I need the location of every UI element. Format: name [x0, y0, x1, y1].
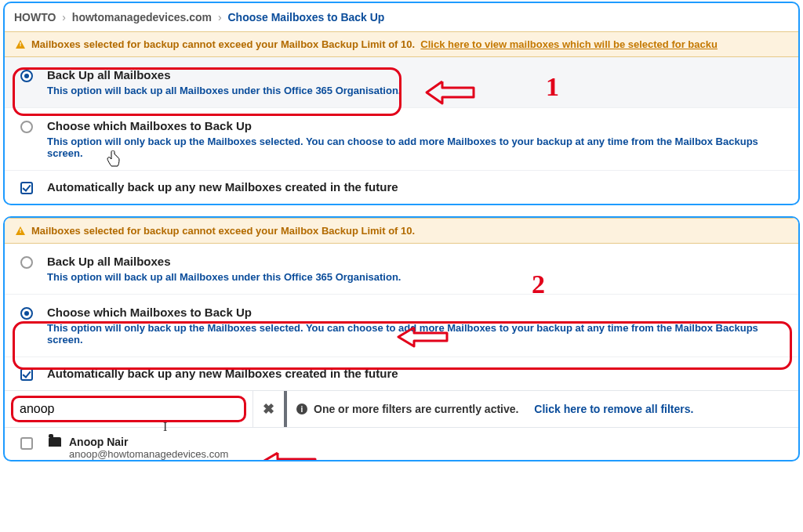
breadcrumb-current: Choose Mailboxes to Back Up	[227, 11, 384, 24]
radio-icon[interactable]	[20, 256, 33, 269]
option-title: Back Up all Mailboxes	[47, 255, 783, 268]
remove-filters-link[interactable]: Click here to remove all filters.	[534, 403, 693, 415]
option-title: Automatically back up any new Mailboxes …	[47, 180, 783, 194]
result-email: anoop@howtomanagedevices.com	[69, 448, 228, 460]
panel-step-1: HOWTO › howtomanagedevices.com › Choose …	[3, 2, 800, 205]
radio-icon[interactable]	[20, 307, 33, 320]
option-desc: This option will only back up the Mailbo…	[47, 322, 783, 346]
option-choose-mailboxes[interactable]: Choose which Mailboxes to Back Up This o…	[5, 108, 798, 171]
chevron-right-icon: ›	[218, 11, 222, 24]
filter-input[interactable]	[11, 396, 246, 422]
breadcrumb: HOWTO › howtomanagedevices.com › Choose …	[5, 3, 798, 31]
option-auto-backup[interactable]: Automatically back up any new Mailboxes …	[5, 171, 798, 204]
warning-icon	[16, 40, 25, 49]
option-backup-all[interactable]: Back Up all Mailboxes This option will b…	[5, 57, 798, 108]
panel-step-2: Mailboxes selected for backup cannot exc…	[3, 216, 800, 461]
option-auto-backup[interactable]: Automatically back up any new Mailboxes …	[5, 357, 798, 390]
breadcrumb-item[interactable]: howtomanagedevices.com	[72, 11, 212, 24]
warning-banner: Mailboxes selected for backup cannot exc…	[5, 218, 798, 244]
checkbox-icon[interactable]	[20, 368, 33, 381]
filter-bar: ✖ i One or more filters are currently ac…	[5, 390, 798, 428]
warning-banner: Mailboxes selected for backup cannot exc…	[5, 31, 798, 57]
checkbox-icon[interactable]	[20, 182, 33, 194]
result-name: Anoop Nair	[69, 436, 228, 448]
close-icon: ✖	[263, 400, 274, 418]
option-desc: This option will only back up the Mailbo…	[47, 136, 783, 159]
warning-link[interactable]: Click here to view mailboxes which will …	[420, 38, 718, 50]
breadcrumb-item[interactable]: HOWTO	[14, 11, 56, 24]
option-desc: This option will back up all Mailboxes u…	[47, 271, 783, 283]
option-title: Back Up all Mailboxes	[47, 68, 783, 81]
option-title: Choose which Mailboxes to Back Up	[47, 306, 783, 319]
filter-active-text: One or more filters are currently active…	[314, 403, 518, 415]
checkbox-icon[interactable]	[20, 437, 33, 450]
option-desc: This option will back up all Mailboxes u…	[47, 85, 783, 96]
chevron-right-icon: ›	[62, 11, 66, 24]
option-title: Automatically back up any new Mailboxes …	[47, 367, 783, 380]
option-backup-all[interactable]: Back Up all Mailboxes This option will b…	[5, 244, 798, 295]
folder-icon	[49, 437, 61, 447]
clear-filter-button[interactable]: ✖	[253, 391, 287, 427]
warning-icon	[16, 226, 25, 235]
info-icon: i	[296, 404, 307, 414]
option-title: Choose which Mailboxes to Back Up	[47, 119, 783, 132]
warning-text: Mailboxes selected for backup cannot exc…	[31, 38, 415, 50]
warning-text: Mailboxes selected for backup cannot exc…	[31, 225, 415, 237]
radio-icon[interactable]	[20, 70, 33, 82]
option-choose-mailboxes[interactable]: Choose which Mailboxes to Back Up This o…	[5, 295, 798, 357]
mailbox-result-row[interactable]: Anoop Nair anoop@howtomanagedevices.com	[5, 428, 798, 460]
radio-icon[interactable]	[20, 121, 33, 133]
